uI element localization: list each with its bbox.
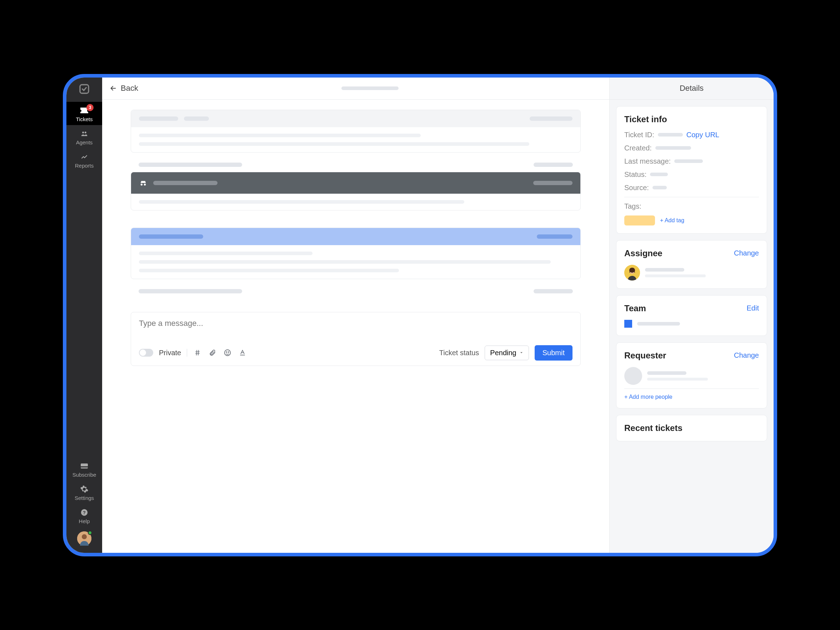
- source-value: [652, 186, 667, 189]
- conversation: Private Ticket status: [102, 100, 609, 553]
- team-title: Team: [624, 303, 646, 313]
- team-edit-link[interactable]: Edit: [747, 304, 759, 312]
- help-icon: ?: [79, 507, 89, 518]
- team-name: [637, 322, 680, 326]
- agents-icon: [79, 129, 89, 139]
- msg-sub-time: [534, 163, 573, 167]
- ticket-id-value: [658, 133, 683, 136]
- add-people-link[interactable]: + Add more people: [624, 394, 673, 400]
- team-color-swatch: [624, 320, 632, 328]
- private-label: Private: [159, 349, 181, 357]
- svg-point-11: [228, 351, 229, 352]
- msg-time-placeholder: [530, 117, 573, 121]
- requester-title: Requester: [624, 351, 666, 361]
- status-value: [650, 173, 668, 176]
- requester-name: [647, 371, 687, 375]
- created-label: Created:: [624, 144, 652, 152]
- divider: [624, 388, 759, 389]
- sidebar-label-subscribe: Subscribe: [73, 472, 96, 478]
- attachment-icon[interactable]: [208, 348, 217, 357]
- msg-sender-placeholder: [139, 117, 178, 121]
- hashtag-icon[interactable]: [193, 348, 202, 357]
- topbar: Back: [102, 78, 609, 100]
- msg-line: [139, 269, 399, 272]
- back-button[interactable]: Back: [109, 84, 138, 93]
- msg-sender-placeholder: [139, 234, 203, 239]
- incognito-icon: [139, 179, 147, 187]
- app-frame: 3 Tickets Agents Reports Subscribe: [63, 74, 777, 556]
- last-msg-label: Last message:: [624, 157, 671, 165]
- svg-point-10: [226, 351, 227, 352]
- sidebar-item-settings[interactable]: Settings: [66, 481, 102, 504]
- sidebar-item-subscribe[interactable]: Subscribe: [66, 457, 102, 481]
- assignee-change-link[interactable]: Change: [734, 249, 759, 257]
- private-toggle[interactable]: [139, 349, 153, 357]
- svg-rect-3: [81, 464, 88, 469]
- chevron-down-icon: [519, 351, 524, 355]
- panel-assignee: Assignee Change: [616, 240, 767, 289]
- ticket-info-title: Ticket info: [624, 114, 759, 124]
- submit-button[interactable]: Submit: [535, 345, 573, 361]
- msg-sender-placeholder: [153, 181, 218, 185]
- source-label: Source:: [624, 184, 649, 192]
- svg-point-1: [82, 131, 84, 133]
- requester-avatar: [624, 367, 642, 385]
- sidebar-label-reports: Reports: [75, 163, 94, 169]
- svg-point-9: [225, 350, 231, 356]
- ticket-status-select[interactable]: Pending: [485, 345, 529, 360]
- subscribe-icon: [79, 461, 89, 471]
- main-area: Back: [102, 78, 609, 553]
- sidebar-item-tickets[interactable]: 3 Tickets: [66, 102, 102, 125]
- panel-ticket-info: Ticket info Ticket ID: Copy URL Created:…: [616, 106, 767, 234]
- sidebar-label-agents: Agents: [76, 139, 93, 146]
- msg-line: [139, 142, 529, 146]
- msg-time-placeholder: [537, 234, 573, 239]
- message-composer: Private Ticket status: [131, 312, 581, 366]
- msg-line: [139, 200, 464, 204]
- assignee-name: [645, 268, 684, 272]
- message-input[interactable]: [139, 319, 573, 344]
- panel-requester: Requester Change + Add more people: [616, 342, 767, 408]
- status-label: Status:: [624, 171, 646, 179]
- gear-icon: [79, 484, 89, 494]
- ticket-id-label: Ticket ID:: [624, 131, 654, 139]
- sidebar-label-tickets: Tickets: [76, 116, 93, 122]
- assignee-email: [645, 274, 706, 277]
- text-format-icon[interactable]: [238, 348, 247, 357]
- message-card-internal: [131, 172, 581, 211]
- sidebar-item-help[interactable]: ? Help: [66, 504, 102, 527]
- svg-rect-4: [81, 466, 88, 467]
- sidebar-label-settings: Settings: [75, 495, 94, 501]
- msg-time-placeholder: [533, 181, 573, 185]
- tag-pill[interactable]: [624, 215, 655, 225]
- message-card-highlighted: [131, 228, 581, 279]
- separator: [187, 349, 187, 357]
- sidebar: 3 Tickets Agents Reports Subscribe: [66, 78, 102, 553]
- svg-point-2: [85, 131, 87, 133]
- sidebar-item-agents[interactable]: Agents: [66, 125, 102, 148]
- msg-line: [139, 260, 551, 264]
- requester-change-link[interactable]: Change: [734, 351, 759, 359]
- msg-line: [139, 252, 313, 255]
- ticket-status-label: Ticket status: [439, 349, 479, 357]
- panel-team: Team Edit: [616, 295, 767, 336]
- message-card: [131, 110, 581, 153]
- user-avatar[interactable]: [77, 531, 92, 546]
- sidebar-item-reports[interactable]: Reports: [66, 148, 102, 171]
- divider: [624, 197, 759, 197]
- svg-point-8: [82, 534, 87, 539]
- arrow-left-icon: [109, 84, 117, 92]
- add-tag-link[interactable]: + Add tag: [660, 217, 684, 224]
- reports-icon: [79, 152, 89, 162]
- panel-recent-tickets: Recent tickets: [616, 415, 767, 441]
- msg-sub-time: [534, 289, 573, 293]
- status-dot-icon: [88, 531, 92, 535]
- copy-url-link[interactable]: Copy URL: [687, 131, 719, 139]
- created-value: [655, 146, 691, 150]
- emoji-icon[interactable]: [223, 348, 232, 357]
- details-panel: Details Ticket info Ticket ID: Copy URL …: [609, 78, 774, 553]
- tickets-badge: 3: [87, 104, 93, 111]
- msg-meta-placeholder: [184, 117, 209, 121]
- msg-line: [139, 134, 421, 137]
- tags-label: Tags:: [624, 202, 641, 211]
